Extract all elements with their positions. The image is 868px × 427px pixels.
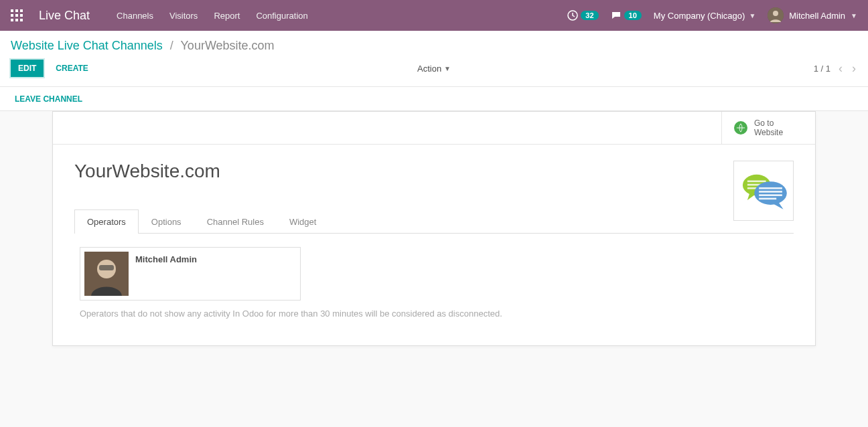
svg-rect-18 bbox=[759, 187, 782, 189]
svg-point-11 bbox=[773, 11, 778, 16]
clock-icon bbox=[567, 10, 578, 21]
tab-widget[interactable]: Widget bbox=[277, 209, 329, 234]
globe-icon bbox=[734, 121, 747, 135]
action-dropdown[interactable]: Action ▼ bbox=[417, 64, 451, 74]
svg-rect-4 bbox=[15, 14, 18, 17]
company-name: My Company (Chicago) bbox=[654, 11, 745, 21]
svg-rect-8 bbox=[20, 19, 23, 21]
page-title: YourWebsite.com bbox=[74, 161, 794, 182]
status-bar: LEAVE CHANNEL bbox=[0, 87, 868, 111]
pager: 1 / 1 ‹ › bbox=[814, 62, 857, 76]
tab-options[interactable]: Options bbox=[139, 209, 194, 234]
sheet-topbar: Go to Website bbox=[53, 112, 815, 145]
sheet-body: YourWebsite.com Operators Options Channe… bbox=[53, 145, 815, 345]
messages-badge: 10 bbox=[624, 11, 642, 20]
operators-hint: Operators that do not show any activity … bbox=[80, 309, 788, 319]
chat-icon bbox=[611, 10, 622, 21]
operator-avatar bbox=[84, 252, 129, 296]
svg-rect-20 bbox=[759, 194, 782, 196]
breadcrumb-separator: / bbox=[170, 39, 173, 52]
edit-button[interactable]: EDIT bbox=[11, 60, 44, 77]
svg-rect-7 bbox=[15, 19, 18, 21]
avatar-icon bbox=[768, 7, 784, 23]
svg-rect-21 bbox=[759, 198, 776, 200]
svg-rect-3 bbox=[11, 14, 13, 17]
breadcrumb: Website Live Chat Channels / YourWebsite… bbox=[0, 31, 868, 53]
messages-indicator[interactable]: 10 bbox=[611, 10, 642, 21]
pager-prev[interactable]: ‹ bbox=[837, 62, 844, 76]
nav-menu: Channels Visitors Report Configuration bbox=[117, 11, 308, 21]
user-name: Mitchell Admin bbox=[789, 11, 845, 21]
breadcrumb-root[interactable]: Website Live Chat Channels bbox=[11, 39, 163, 52]
action-label: Action bbox=[417, 64, 441, 74]
svg-rect-1 bbox=[15, 9, 18, 12]
app-brand[interactable]: Live Chat bbox=[39, 9, 90, 23]
caret-down-icon: ▼ bbox=[444, 65, 451, 72]
tab-channel-rules[interactable]: Channel Rules bbox=[194, 209, 277, 234]
leave-channel-button[interactable]: LEAVE CHANNEL bbox=[15, 94, 82, 104]
caret-down-icon: ▼ bbox=[851, 12, 857, 19]
caret-down-icon: ▼ bbox=[749, 12, 755, 19]
nav-visitors[interactable]: Visitors bbox=[169, 11, 198, 21]
pager-count: 1 / 1 bbox=[814, 64, 830, 74]
nav-report[interactable]: Report bbox=[214, 11, 240, 21]
apps-icon[interactable] bbox=[11, 9, 23, 21]
pager-next[interactable]: › bbox=[851, 62, 857, 76]
svg-point-17 bbox=[754, 181, 787, 205]
goto-website-label: Go to Website bbox=[754, 118, 803, 137]
topbar-right: 32 10 My Company (Chicago) ▼ Mitchell Ad… bbox=[567, 7, 857, 23]
topbar: Live Chat Channels Visitors Report Confi… bbox=[0, 0, 868, 31]
create-button[interactable]: CREATE bbox=[49, 60, 94, 76]
breadcrumb-current: YourWebsite.com bbox=[181, 39, 275, 52]
svg-rect-24 bbox=[99, 265, 114, 270]
form-sheet: Go to Website YourWebsit bbox=[52, 111, 816, 346]
tabs: Operators Options Channel Rules Widget bbox=[74, 209, 794, 234]
operator-card[interactable]: Mitchell Admin bbox=[80, 247, 301, 301]
nav-configuration[interactable]: Configuration bbox=[256, 11, 307, 21]
nav-channels[interactable]: Channels bbox=[117, 11, 153, 21]
control-bar: EDIT CREATE Action ▼ 1 / 1 ‹ › bbox=[0, 53, 868, 87]
channel-image bbox=[733, 161, 794, 221]
operator-name: Mitchell Admin bbox=[135, 252, 197, 296]
activity-badge: 32 bbox=[581, 11, 598, 20]
user-menu[interactable]: Mitchell Admin ▼ bbox=[768, 7, 857, 23]
svg-rect-19 bbox=[759, 191, 782, 193]
svg-rect-0 bbox=[11, 9, 13, 12]
activity-indicator[interactable]: 32 bbox=[567, 10, 598, 21]
svg-rect-14 bbox=[747, 181, 766, 183]
svg-rect-6 bbox=[11, 19, 13, 21]
sheet-container: Go to Website YourWebsit bbox=[0, 111, 868, 373]
company-selector[interactable]: My Company (Chicago) ▼ bbox=[654, 11, 755, 21]
svg-rect-2 bbox=[20, 9, 23, 12]
tab-operators[interactable]: Operators bbox=[74, 209, 139, 234]
svg-rect-5 bbox=[20, 14, 23, 17]
goto-website-button[interactable]: Go to Website bbox=[721, 112, 815, 144]
